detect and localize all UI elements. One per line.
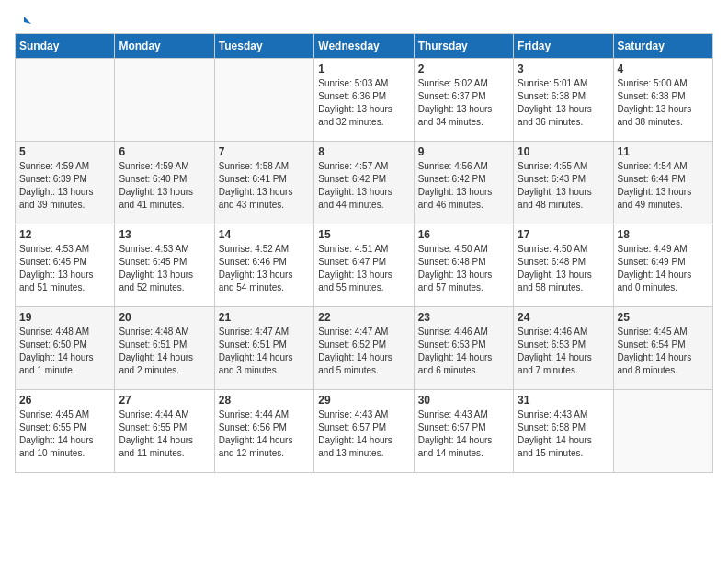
- calendar-cell: 14Sunrise: 4:52 AM Sunset: 6:46 PM Dayli…: [214, 224, 313, 307]
- calendar-cell: 10Sunrise: 4:55 AM Sunset: 6:43 PM Dayli…: [514, 142, 613, 224]
- calendar-cell: 29Sunrise: 4:43 AM Sunset: 6:57 PM Dayli…: [314, 390, 414, 473]
- day-number: 5: [19, 145, 110, 158]
- day-info: Sunrise: 4:43 AM Sunset: 6:58 PM Dayligh…: [518, 408, 609, 460]
- day-info: Sunrise: 4:44 AM Sunset: 6:56 PM Dayligh…: [219, 408, 310, 460]
- calendar-cell: 5Sunrise: 4:59 AM Sunset: 6:39 PM Daylig…: [16, 142, 115, 224]
- calendar-cell: 1Sunrise: 5:03 AM Sunset: 6:36 PM Daylig…: [314, 59, 414, 142]
- day-number: 31: [518, 394, 609, 407]
- day-number: 13: [119, 228, 210, 241]
- calendar-cell: 9Sunrise: 4:56 AM Sunset: 6:42 PM Daylig…: [414, 142, 513, 224]
- day-info: Sunrise: 5:00 AM Sunset: 6:38 PM Dayligh…: [618, 77, 709, 129]
- day-number: 16: [418, 228, 509, 241]
- logo-bird-icon: [17, 15, 31, 29]
- logo: [15, 15, 31, 26]
- day-number: 21: [219, 311, 310, 324]
- day-number: 1: [318, 63, 409, 75]
- day-number: 6: [119, 145, 210, 158]
- day-info: Sunrise: 5:01 AM Sunset: 6:38 PM Dayligh…: [518, 77, 609, 129]
- calendar-cell: 22Sunrise: 4:47 AM Sunset: 6:52 PM Dayli…: [314, 307, 414, 390]
- header-monday: Monday: [115, 34, 214, 59]
- calendar-cell: [16, 59, 115, 142]
- day-number: 22: [318, 311, 409, 324]
- header-friday: Friday: [514, 34, 613, 59]
- day-number: 30: [418, 394, 509, 407]
- day-info: Sunrise: 4:55 AM Sunset: 6:43 PM Dayligh…: [518, 160, 609, 212]
- day-number: 28: [219, 394, 310, 407]
- calendar-week-row: 5Sunrise: 4:59 AM Sunset: 6:39 PM Daylig…: [16, 142, 713, 224]
- day-info: Sunrise: 4:46 AM Sunset: 6:53 PM Dayligh…: [418, 326, 509, 377]
- day-number: 8: [318, 145, 409, 158]
- calendar-cell: 21Sunrise: 4:47 AM Sunset: 6:51 PM Dayli…: [214, 307, 313, 390]
- day-info: Sunrise: 4:58 AM Sunset: 6:41 PM Dayligh…: [219, 160, 310, 212]
- calendar-cell: 19Sunrise: 4:48 AM Sunset: 6:50 PM Dayli…: [16, 307, 115, 390]
- day-number: 14: [219, 228, 310, 241]
- calendar-cell: 6Sunrise: 4:59 AM Sunset: 6:40 PM Daylig…: [115, 142, 214, 224]
- calendar-cell: [115, 59, 214, 142]
- day-info: Sunrise: 4:59 AM Sunset: 6:40 PM Dayligh…: [119, 160, 210, 212]
- day-number: 4: [618, 63, 709, 75]
- day-number: 10: [518, 145, 609, 158]
- calendar-cell: 26Sunrise: 4:45 AM Sunset: 6:55 PM Dayli…: [16, 390, 115, 473]
- day-info: Sunrise: 4:51 AM Sunset: 6:47 PM Dayligh…: [318, 243, 409, 294]
- day-number: 3: [518, 63, 609, 75]
- calendar-cell: 12Sunrise: 4:53 AM Sunset: 6:45 PM Dayli…: [16, 224, 115, 307]
- calendar-table: SundayMondayTuesdayWednesdayThursdayFrid…: [15, 33, 713, 473]
- day-info: Sunrise: 4:50 AM Sunset: 6:48 PM Dayligh…: [518, 243, 609, 294]
- day-info: Sunrise: 4:43 AM Sunset: 6:57 PM Dayligh…: [318, 408, 409, 460]
- header-saturday: Saturday: [613, 34, 712, 59]
- calendar-cell: 2Sunrise: 5:02 AM Sunset: 6:37 PM Daylig…: [414, 59, 513, 142]
- calendar-cell: 18Sunrise: 4:49 AM Sunset: 6:49 PM Dayli…: [613, 224, 712, 307]
- day-number: 25: [618, 311, 709, 324]
- day-number: 9: [418, 145, 509, 158]
- day-info: Sunrise: 4:53 AM Sunset: 6:45 PM Dayligh…: [119, 243, 210, 294]
- calendar-header-row: SundayMondayTuesdayWednesdayThursdayFrid…: [16, 34, 713, 59]
- calendar-cell: [214, 59, 313, 142]
- day-info: Sunrise: 4:50 AM Sunset: 6:48 PM Dayligh…: [418, 243, 509, 294]
- calendar-cell: 15Sunrise: 4:51 AM Sunset: 6:47 PM Dayli…: [314, 224, 414, 307]
- calendar-week-row: 26Sunrise: 4:45 AM Sunset: 6:55 PM Dayli…: [16, 390, 713, 473]
- day-number: 19: [19, 311, 110, 324]
- calendar-cell: 25Sunrise: 4:45 AM Sunset: 6:54 PM Dayli…: [613, 307, 712, 390]
- day-number: 20: [119, 311, 210, 324]
- day-number: 7: [219, 145, 310, 158]
- day-info: Sunrise: 4:53 AM Sunset: 6:45 PM Dayligh…: [19, 243, 110, 294]
- calendar-cell: 20Sunrise: 4:48 AM Sunset: 6:51 PM Dayli…: [115, 307, 214, 390]
- day-number: 23: [418, 311, 509, 324]
- svg-marker-0: [24, 17, 31, 24]
- calendar-cell: 28Sunrise: 4:44 AM Sunset: 6:56 PM Dayli…: [214, 390, 313, 473]
- day-info: Sunrise: 4:44 AM Sunset: 6:55 PM Dayligh…: [119, 408, 210, 460]
- calendar-cell: 17Sunrise: 4:50 AM Sunset: 6:48 PM Dayli…: [514, 224, 613, 307]
- day-info: Sunrise: 4:48 AM Sunset: 6:51 PM Dayligh…: [119, 326, 210, 377]
- calendar-cell: 16Sunrise: 4:50 AM Sunset: 6:48 PM Dayli…: [414, 224, 513, 307]
- header-sunday: Sunday: [16, 34, 115, 59]
- calendar-cell: [613, 390, 712, 473]
- day-info: Sunrise: 4:47 AM Sunset: 6:51 PM Dayligh…: [219, 326, 310, 377]
- day-info: Sunrise: 4:43 AM Sunset: 6:57 PM Dayligh…: [418, 408, 509, 460]
- day-info: Sunrise: 4:46 AM Sunset: 6:53 PM Dayligh…: [518, 326, 609, 377]
- day-info: Sunrise: 4:49 AM Sunset: 6:49 PM Dayligh…: [618, 243, 709, 294]
- page-header: [15, 15, 713, 26]
- header-tuesday: Tuesday: [214, 34, 313, 59]
- calendar-cell: 24Sunrise: 4:46 AM Sunset: 6:53 PM Dayli…: [514, 307, 613, 390]
- calendar-cell: 13Sunrise: 4:53 AM Sunset: 6:45 PM Dayli…: [115, 224, 214, 307]
- day-info: Sunrise: 4:45 AM Sunset: 6:55 PM Dayligh…: [19, 408, 110, 460]
- day-info: Sunrise: 4:59 AM Sunset: 6:39 PM Dayligh…: [19, 160, 110, 212]
- calendar-week-row: 1Sunrise: 5:03 AM Sunset: 6:36 PM Daylig…: [16, 59, 713, 142]
- day-info: Sunrise: 4:45 AM Sunset: 6:54 PM Dayligh…: [618, 326, 709, 377]
- day-info: Sunrise: 5:03 AM Sunset: 6:36 PM Dayligh…: [318, 77, 409, 129]
- day-info: Sunrise: 4:57 AM Sunset: 6:42 PM Dayligh…: [318, 160, 409, 212]
- calendar-cell: 4Sunrise: 5:00 AM Sunset: 6:38 PM Daylig…: [613, 59, 712, 142]
- header-wednesday: Wednesday: [314, 34, 414, 59]
- day-info: Sunrise: 4:48 AM Sunset: 6:50 PM Dayligh…: [19, 326, 110, 377]
- day-number: 26: [19, 394, 110, 407]
- calendar-cell: 3Sunrise: 5:01 AM Sunset: 6:38 PM Daylig…: [514, 59, 613, 142]
- calendar-cell: 11Sunrise: 4:54 AM Sunset: 6:44 PM Dayli…: [613, 142, 712, 224]
- day-info: Sunrise: 5:02 AM Sunset: 6:37 PM Dayligh…: [418, 77, 509, 129]
- day-number: 11: [618, 145, 709, 158]
- day-number: 24: [518, 311, 609, 324]
- day-number: 12: [19, 228, 110, 241]
- day-number: 17: [518, 228, 609, 241]
- day-number: 18: [618, 228, 709, 241]
- calendar-cell: 31Sunrise: 4:43 AM Sunset: 6:58 PM Dayli…: [514, 390, 613, 473]
- day-info: Sunrise: 4:54 AM Sunset: 6:44 PM Dayligh…: [618, 160, 709, 212]
